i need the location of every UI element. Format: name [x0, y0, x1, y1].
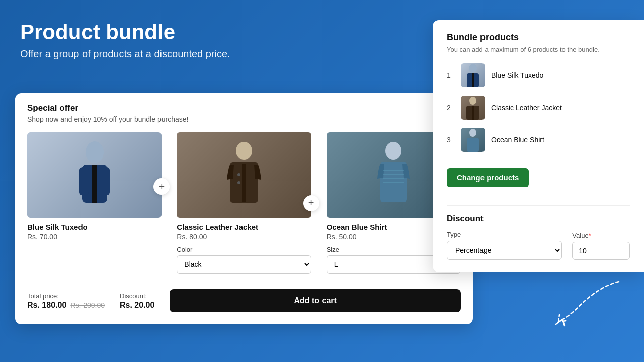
bundle-thumb-shirt [461, 128, 485, 152]
color-label: Color [177, 246, 311, 253]
product-card: Special offer Shop now and enjoy 10% off… [15, 93, 473, 324]
bundle-title: Bundle products [447, 32, 630, 43]
svg-point-5 [236, 142, 252, 160]
discount-value-field: Value [572, 232, 630, 260]
arrow-bottom-right-icon [528, 272, 629, 332]
hero-section: Product bundle Offer a group of products… [20, 20, 230, 60]
plus-icon-1: + [153, 178, 170, 195]
product-name-jacket: Classic Leather Jacket [177, 223, 311, 231]
svg-rect-7 [242, 164, 246, 202]
discount-value-input[interactable] [572, 242, 630, 260]
svg-point-19 [469, 97, 476, 105]
change-products-button[interactable]: Change products [447, 168, 529, 187]
discount-row: Type Percentage Fixed Value [447, 231, 630, 260]
svg-rect-15 [383, 182, 404, 183]
discount-type-field: Type Percentage Fixed [447, 231, 562, 260]
bundle-subtitle: You can add a maximum of 6 products to t… [447, 46, 630, 53]
bundle-item-name-2: Classic Leather Jacket [491, 104, 562, 112]
color-select[interactable]: Black Brown White [177, 255, 311, 274]
discount-type-select[interactable]: Percentage Fixed [447, 241, 562, 260]
total-label: Total price: [27, 292, 105, 300]
bundle-num-2: 2 [447, 104, 455, 112]
product-image-jacket [177, 132, 311, 218]
svg-rect-14 [383, 178, 404, 179]
svg-rect-13 [383, 174, 404, 175]
product-image-tuxedo [27, 132, 162, 218]
hero-subtitle: Offer a group of products at a discounte… [20, 48, 230, 60]
product-price-tuxedo: Rs. 70.00 [27, 233, 162, 241]
products-row: + Blue Silk Tuxedo Rs. 70.00 + Classic L… [27, 132, 461, 274]
svg-rect-21 [472, 106, 474, 120]
total-price-row: Rs. 180.00 Rs. 200.00 [27, 301, 105, 310]
bundle-divider-2 [447, 205, 630, 206]
svg-point-16 [469, 64, 477, 73]
special-offer-subtitle: Shop now and enjoy 10% off your bundle p… [27, 115, 461, 123]
type-label: Type [447, 231, 562, 238]
hero-title: Product bundle [20, 20, 230, 44]
total-section: Total price: Rs. 180.00 Rs. 200.00 [27, 292, 105, 310]
svg-rect-23 [467, 138, 479, 152]
product-price-jacket: Rs. 80.00 [177, 233, 311, 241]
svg-rect-3 [79, 167, 89, 195]
svg-rect-4 [101, 167, 110, 195]
plus-icon-2: + [303, 195, 319, 211]
bundle-num-3: 3 [447, 136, 455, 144]
svg-point-10 [385, 142, 401, 160]
bundle-item-2: 2 Classic Leather Jacket [447, 96, 630, 120]
value-label: Value [572, 232, 630, 239]
special-offer-title: Special offer [27, 103, 461, 113]
product-item-jacket: + Classic Leather Jacket Rs. 80.00 Color… [177, 132, 311, 274]
bundle-num-1: 1 [447, 71, 455, 79]
svg-rect-18 [472, 73, 474, 87]
svg-point-0 [86, 141, 104, 163]
svg-point-9 [237, 181, 240, 184]
bottom-row: Total price: Rs. 180.00 Rs. 200.00 Disco… [27, 282, 461, 312]
discount-heading: Discount [447, 214, 630, 224]
svg-point-22 [469, 129, 476, 137]
discount-display-section: Discount: Rs. 20.00 [120, 292, 154, 310]
product-item-tuxedo: + Blue Silk Tuxedo Rs. 70.00 [27, 132, 162, 241]
discount-panel: Discount Type Percentage Fixed Value [447, 214, 630, 260]
bundle-thumb-jacket [461, 96, 485, 120]
svg-rect-2 [92, 165, 97, 203]
svg-point-8 [237, 173, 240, 176]
bundle-item-1: 1 Blue Silk Tuxedo [447, 63, 630, 87]
bundle-item-name-1: Blue Silk Tuxedo [491, 71, 543, 79]
total-original-price: Rs. 200.00 [70, 301, 105, 309]
bundle-panel: Bundle products You can add a maximum of… [433, 20, 644, 272]
bundle-item-3: 3 Ocean Blue Shirt [447, 128, 630, 152]
discount-display-label: Discount: [120, 292, 154, 300]
discount-display-amount: Rs. 20.00 [120, 301, 154, 310]
bundle-item-name-3: Ocean Blue Shirt [491, 136, 544, 144]
add-to-cart-button[interactable]: Add to cart [170, 289, 461, 312]
svg-rect-12 [383, 170, 404, 171]
total-current-price: Rs. 180.00 [27, 301, 66, 310]
bundle-thumb-tuxedo [461, 63, 485, 87]
product-name-tuxedo: Blue Silk Tuxedo [27, 223, 162, 231]
bundle-divider [447, 160, 630, 160]
